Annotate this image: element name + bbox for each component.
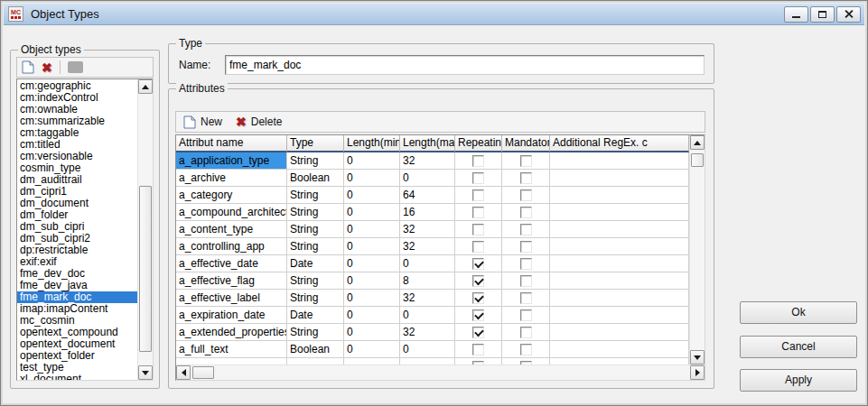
table-row[interactable]: a_effective_flagString08 [176,272,689,290]
list-item[interactable]: cm:summarizable [17,115,137,127]
repeating-checkbox[interactable] [472,309,484,321]
length-min-cell[interactable]: 0 [344,290,400,307]
length-max-cell[interactable]: 0 [400,170,455,187]
attribute-name-cell[interactable]: a_expiration_date [176,307,287,324]
list-item[interactable]: fme_dev_doc [17,268,137,280]
attribute-name-cell[interactable]: a_controlling_app [176,238,287,255]
regex-cell[interactable] [550,204,689,221]
list-item[interactable]: mc_cosmin [17,315,137,327]
mandatory-checkbox[interactable] [520,172,532,184]
list-item[interactable]: cm:versionable [17,151,137,162]
type-cell[interactable]: String [287,238,344,255]
mandatory-checkbox[interactable] [520,224,532,235]
table-row[interactable]: a_extended_propertiesString032 [176,324,689,341]
type-cell[interactable]: String [287,324,344,341]
type-cell[interactable]: String [287,221,344,238]
mandatory-checkbox[interactable] [520,275,532,287]
attribute-name-cell[interactable]: a_extended_properties [176,324,287,341]
mandatory-checkbox[interactable] [520,309,532,321]
length-min-cell[interactable]: 0 [344,255,400,272]
delete-object-type-icon[interactable]: ✖ [42,61,52,74]
scrollbar-thumb[interactable] [192,366,214,379]
length-min-cell[interactable]: 0 [344,170,400,187]
length-min-cell[interactable]: 0 [344,324,400,341]
length-max-cell[interactable]: 32 [400,324,455,341]
table-row[interactable]: a_categoryString064 [176,187,689,204]
length-max-cell[interactable]: 8 [400,272,455,290]
column-header[interactable]: Repeating [455,135,502,152]
attribute-name-cell[interactable]: a_category [176,187,287,204]
list-item[interactable]: dm_sub_cipri [17,221,137,233]
length-max-cell[interactable]: 0 [400,307,455,324]
length-min-cell[interactable]: 0 [344,341,400,358]
new-object-type-icon[interactable] [22,60,34,74]
length-max-cell[interactable]: 32 [400,238,455,255]
type-cell[interactable]: String [287,272,344,290]
length-max-cell[interactable]: 0 [400,341,455,358]
list-item[interactable]: opentext_compound [17,327,137,338]
regex-cell[interactable] [550,272,689,290]
list-item[interactable]: opentext_folder [17,350,137,362]
column-header[interactable]: Length(max.) [400,135,455,152]
regex-cell[interactable] [550,152,689,170]
repeating-checkbox[interactable] [472,189,484,201]
mandatory-checkbox[interactable] [520,189,532,201]
cancel-button[interactable]: Cancel [740,336,857,358]
list-item[interactable]: cm:indexControl [17,92,137,104]
table-row[interactable]: a_effective_labelString032 [176,290,689,307]
scroll-up-button[interactable] [138,79,153,94]
repeating-checkbox[interactable] [472,224,484,235]
regex-cell[interactable] [550,255,689,272]
attribute-name-cell[interactable]: a_effective_flag [176,272,287,290]
type-cell[interactable]: Boolean [287,170,344,187]
repeating-checkbox[interactable] [472,344,484,355]
attributes-vertical-scrollbar[interactable] [689,135,705,364]
scrollbar-thumb[interactable] [139,186,152,352]
type-cell[interactable] [287,358,344,364]
list-item[interactable]: exif:exif [17,256,137,268]
length-min-cell[interactable]: 0 [344,307,400,324]
list-item[interactable]: cm:titled [17,139,137,151]
type-cell[interactable]: Date [287,307,344,324]
regex-cell[interactable] [550,170,689,187]
type-cell[interactable]: Date [287,255,344,272]
table-row[interactable] [176,358,689,364]
close-button[interactable] [836,6,861,23]
mandatory-checkbox[interactable] [520,258,532,270]
length-min-cell[interactable]: 0 [344,272,400,290]
repeating-checkbox[interactable] [472,327,484,338]
minimize-button[interactable] [784,6,808,23]
apply-button[interactable]: Apply [740,369,857,392]
table-row[interactable]: a_effective_dateDate00 [176,255,689,272]
list-item[interactable]: dm_folder [17,209,137,221]
new-attribute-button[interactable]: New [201,115,222,128]
delete-attribute-icon[interactable]: ✖ [236,115,247,128]
list-item[interactable]: dp:restrictable [17,245,137,256]
attribute-name-cell[interactable]: a_archive [176,170,287,187]
mandatory-checkbox[interactable] [520,344,532,355]
regex-cell[interactable] [550,307,689,324]
attribute-name-cell[interactable]: a_full_text [176,341,287,358]
length-max-cell[interactable]: 32 [400,290,455,307]
length-min-cell[interactable]: 0 [344,187,400,204]
mandatory-checkbox[interactable] [520,241,532,253]
repeating-checkbox[interactable] [472,292,484,304]
mandatory-checkbox[interactable] [520,292,532,304]
column-header[interactable]: Additional RegEx. c [550,135,689,152]
length-max-cell[interactable]: 16 [400,204,455,221]
repeating-checkbox[interactable] [472,258,484,270]
regex-cell[interactable] [550,324,689,341]
column-header[interactable]: Attribut name [176,135,287,152]
regex-cell[interactable] [550,238,689,255]
table-row[interactable]: a_full_textBoolean00 [176,341,689,358]
length-max-cell[interactable]: 32 [400,221,455,238]
type-cell[interactable]: String [287,152,344,170]
scrollbar-thumb[interactable] [691,153,704,167]
type-cell[interactable]: String [287,204,344,221]
delete-attribute-button[interactable]: Delete [251,115,283,128]
new-attribute-icon[interactable] [183,115,196,129]
name-input[interactable] [225,55,705,75]
attribute-name-cell[interactable]: a_application_type [176,152,287,170]
repeating-checkbox[interactable] [472,275,484,287]
list-item[interactable]: dm_sub_cipri2 [17,233,137,245]
